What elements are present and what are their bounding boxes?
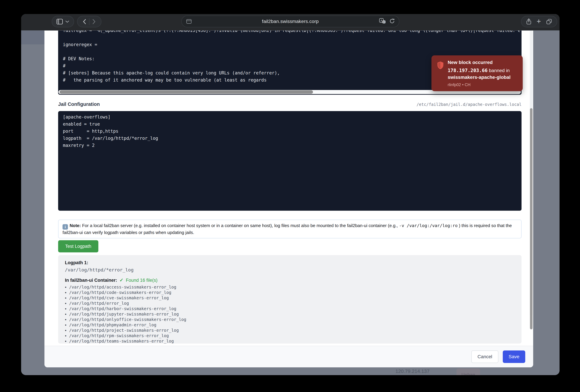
found-file-item: /var/log/httpd/onlyoffice-swissmakers-er… <box>65 317 515 322</box>
reload-icon[interactable] <box>389 18 395 25</box>
note-text-before: For a local fail2ban server (e.g. instal… <box>81 223 399 228</box>
test-logpath-button[interactable]: Test Logpath <box>58 240 98 252</box>
found-file-item: /var/log/httpd/code-swissmakers-error_lo… <box>65 290 515 295</box>
modal-scrollbar-thumb[interactable] <box>530 108 533 329</box>
found-file-item: /var/log/httpd/access-swissmakers-error_… <box>65 285 515 290</box>
browser-toolbar: fail2ban.swissmakers.corp A 文 <box>21 14 560 30</box>
jail-config-title: Jail Configuration <box>58 101 100 107</box>
address-bar[interactable]: fail2ban.swissmakers.corp A 文 <box>181 15 399 27</box>
new-block-toast[interactable]: New block occurred 178.197.203.66 banned… <box>432 55 523 91</box>
back-icon[interactable] <box>83 19 86 24</box>
note-inline-code: -v /var/log:/var/log:ro <box>399 223 458 228</box>
browser-window: fail2ban.swissmakers.corp A 文 <box>21 14 560 375</box>
forward-icon[interactable] <box>92 19 96 24</box>
backdrop-header-band <box>21 31 44 44</box>
address-text: fail2ban.swissmakers.corp <box>182 19 399 24</box>
found-file-item: /var/log/httpd/phpmyadmin-error_log <box>65 322 515 328</box>
desktop: fail2ban.swissmakers.corp A 文 <box>0 0 580 392</box>
found-file-item: /var/log/httpd/harbor-swissmakers-error_… <box>65 306 515 311</box>
note-label: Note: <box>70 223 81 228</box>
chevron-down-icon[interactable] <box>65 20 69 23</box>
logpath-test-results: Logpath 1: /var/log/httpd/*error_log In … <box>58 255 522 344</box>
found-file-item: /var/log/httpd/teams-swissmakers-error_l… <box>65 338 515 344</box>
toast-message: 178.197.203.66 banned in swissmakers-apa… <box>448 67 518 81</box>
toast-meta: rlinfp02 • CH <box>448 82 518 87</box>
shield-icon <box>437 61 444 70</box>
nav-divider <box>89 18 89 25</box>
banned-ip: 178.197.203.66 <box>448 68 488 73</box>
share-icon[interactable] <box>526 18 532 25</box>
info-icon: i <box>63 224 68 230</box>
container-check-row: In fail2ban-ui Container: ✓ Found 16 fil… <box>65 277 515 283</box>
page-viewport: 120.79.214.137 Unban 211.101.246.138 Unb… <box>21 31 560 375</box>
jail-config-header: Jail Configuration /etc/fail2ban/jail.d/… <box>58 101 522 107</box>
check-icon: ✓ <box>120 277 123 283</box>
sidebar-toggle-icon[interactable] <box>56 19 63 24</box>
files-found-status: Found 16 file(s) <box>126 277 157 283</box>
toast-title: New block occurred <box>448 60 518 65</box>
found-file-item: /var/log/httpd/cve-swissmakers-error_log <box>65 295 515 301</box>
nav-controls <box>77 16 101 27</box>
tab-overview-icon[interactable] <box>546 18 552 25</box>
found-file-item: /var/log/httpd/project-swissmakers-error… <box>65 328 515 333</box>
horizontal-scrollbar-thumb[interactable] <box>59 90 313 94</box>
logpath-result-value: /var/log/httpd/*error_log <box>65 267 515 273</box>
save-button[interactable]: Save <box>503 350 525 363</box>
toast-jail-name: swissmakers-apache-global <box>448 75 511 80</box>
svg-text:文: 文 <box>383 21 385 23</box>
found-file-item: /var/log/httpd/jupyter-swissmakers-error… <box>65 311 515 317</box>
background-row-ip: 120.79.214.137 <box>396 369 430 374</box>
translate-icon[interactable]: A 文 <box>379 18 386 25</box>
jail-config-code: [apache-overflows]enabled = trueport = h… <box>63 113 520 149</box>
logpath-note: iNote: For a local fail2ban server (e.g.… <box>58 220 522 238</box>
cancel-button[interactable]: Cancel <box>471 350 498 363</box>
logpath-result-label: Logpath 1: <box>65 260 515 266</box>
jail-config-editor[interactable]: [apache-overflows]enabled = trueport = h… <box>58 111 522 211</box>
container-check-label: In fail2ban-ui Container: <box>65 277 117 283</box>
toast-message-middle: banned in <box>488 68 510 73</box>
jail-config-path: /etc/fail2ban/jail.d/apache-overflows.lo… <box>417 102 522 107</box>
found-file-item: /var/log/httpd/error_log <box>65 301 515 306</box>
found-files-list: /var/log/httpd/access-swissmakers-error_… <box>65 285 515 344</box>
modal-footer: Cancel Save <box>44 346 533 367</box>
window-actions: + <box>521 16 557 27</box>
found-file-item: /var/log/httpd/rpm-swissmakers-error_log <box>65 333 515 338</box>
unban-button: Unban <box>456 369 480 375</box>
svg-text:A: A <box>380 19 382 22</box>
sidebar-controls <box>52 16 74 27</box>
new-tab-icon[interactable]: + <box>537 17 541 25</box>
